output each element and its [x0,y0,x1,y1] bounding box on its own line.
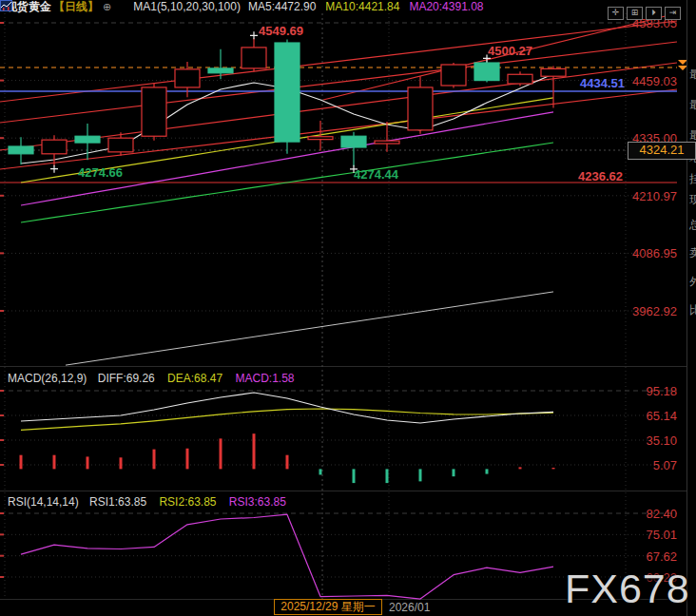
period-label[interactable]: 【日线】 [53,0,99,13]
candle-15 [474,54,499,82]
macd-histogram-bar [120,457,123,469]
price-annotation: 4500.27 [488,44,532,58]
macd-dea-value: DEA:68.47 [167,372,222,385]
macd-diff-line [21,393,553,423]
macd-histogram-bar [220,438,222,469]
play-panel-icon[interactable]: ⏵ [646,7,662,20]
symbol-name[interactable]: 现货黄金 [6,0,51,13]
sidebar-partial-text: 卖 [689,245,696,259]
candle-14 [441,63,466,87]
macd-histogram-bar [419,469,422,481]
left-axis-tick [0,310,4,312]
macd-axis-label: 35.10 [646,433,677,448]
macd-axis-label: 5.07 [653,458,677,472]
sidebar-partial-text: 现 [689,192,696,205]
crosshair-date-badge: 2025/12/29 星期一 [274,599,382,615]
ma20-value: MA20:4391.08 [409,0,483,13]
channel-line-3 [0,63,677,150]
macd-histogram-bar [53,455,56,470]
ma10-value: MA10:4421.84 [325,0,399,13]
sidebar-partial-text: 总 [689,217,696,230]
price-annotation: 4236.62 [578,169,623,183]
watermark: FX678 [565,566,690,612]
left-axis-tick [0,512,4,514]
left-axis-tick [0,390,4,392]
high-marker [250,31,258,39]
rsi-line [21,514,553,599]
sidebar-partial-text: 最 [689,127,696,141]
macd-title[interactable]: MACD(26,12,9) [8,372,87,385]
macd-histogram-bar [286,455,289,470]
sidebar-partial-text: 最 [689,67,696,80]
price-annotation: 4274.44 [354,167,398,182]
ma100-line [66,292,553,365]
macd-histogram-bar [353,469,356,483]
price-axis-label: 3962.92 [632,304,677,318]
price-annotation: 4549.69 [259,24,303,38]
candle-17 [541,66,566,107]
low-marker [50,165,58,173]
price-annotation: 4434.51 [580,76,625,90]
candle-1 [9,137,33,164]
channel-line-1 [0,21,677,102]
sidebar-partial-text: 外 [689,274,696,287]
sidebar-partial-text: 挂 [689,171,696,184]
macd-histogram-bar [453,469,455,476]
macd-histogram-bar [319,469,322,474]
macd-macd-value: MACD:1.58 [235,372,294,385]
indicator-window-icon[interactable]: ⊞ [627,7,643,20]
channel-line-4 [0,89,677,169]
chart-canvas[interactable] [0,0,696,616]
candle-9 [275,40,300,154]
rsi-title[interactable]: RSI(14,14,14) [8,495,79,509]
rsi-header: RSI(14,14,14) RSI1:63.85 RSI2:63.85 RSI3… [8,495,286,509]
candle-5 [142,84,166,141]
rsi1-value: RSI1:63.85 [89,495,146,509]
chart-toolbar: ✛⊞⏵⇥ [605,2,681,20]
macd-histogram-bar [386,469,389,483]
macd-axis-label: 65.14 [646,409,677,423]
left-axis-tick [0,195,4,197]
ma-params-label: MA1(5,10,20,30,100) [133,0,241,13]
price-axis-label: 4086.95 [632,246,677,260]
price-axis-label: 4210.97 [632,189,677,203]
left-axis-tick [0,22,4,24]
macd-histogram-bar [153,450,156,470]
left-axis-tick [0,464,4,466]
macd-diff-value: DIFF:69.26 [98,372,155,385]
macd-histogram-bar [20,455,23,470]
macd-histogram-bar [519,467,522,469]
month-axis-label: 2026/01 [389,601,430,614]
macd-histogram-bar [486,469,489,473]
macd-histogram-bar [253,433,256,469]
rsi-axis-label: 67.62 [646,549,677,564]
price-annotation: 4274.66 [78,165,123,180]
channel-line-2 [0,42,677,123]
left-axis-tick [0,439,4,441]
pan-tool-icon[interactable]: ✛ [608,7,624,20]
rsi-axis-label: 75.01 [646,528,677,542]
add-circle-icon[interactable]: ⊕ [103,1,111,12]
macd-dea-line [21,409,553,430]
left-axis-tick [0,80,4,82]
sidebar-divider [686,0,687,616]
candle-13 [408,76,433,134]
trading-chart-app: 现货黄金【日线】⊕MA1(5,10,20,30,100)MA5:4472.90M… [0,0,696,616]
left-axis-tick [0,555,4,557]
left-axis-tick [0,576,4,578]
price-axis-label: 4459.03 [632,74,677,88]
macd-histogram-bar [186,449,189,470]
sidebar-partial-text: 最 [689,97,696,110]
candle-2 [42,135,67,172]
left-axis-tick [0,137,4,139]
chart-header: 现货黄金【日线】⊕MA1(5,10,20,30,100)MA5:4472.90M… [0,0,696,14]
rsi-axis-label: 82.40 [646,507,677,521]
kline-icon[interactable] [117,1,129,12]
sidebar-partial-text: 比 [689,302,696,316]
candle-16 [508,71,532,86]
left-axis-tick [0,533,4,535]
crosshair-price-badge: 4324.21 [628,142,696,160]
macd-header: MACD(26,12,9) DIFF:69.26 DEA:68.47 MACD:… [8,372,295,385]
collapse-panel-icon[interactable]: ⇥ [665,7,681,20]
macd-histogram-bar [552,468,555,469]
